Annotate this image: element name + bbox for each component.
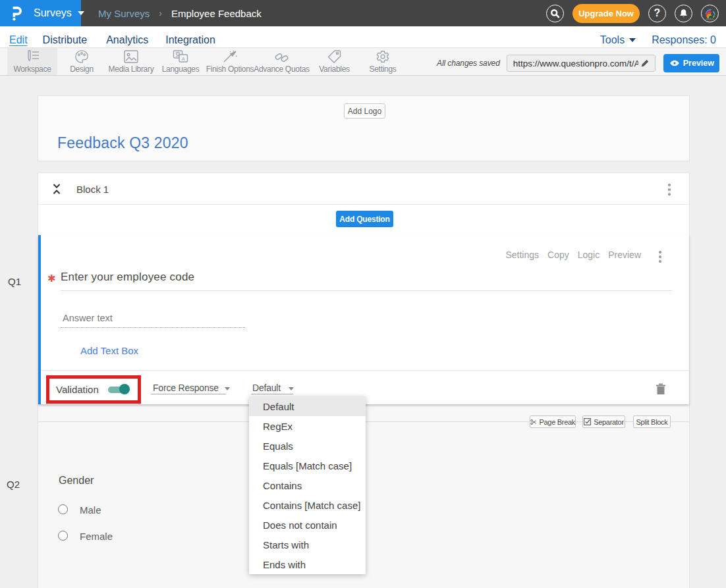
svg-text:A: A (182, 56, 185, 62)
